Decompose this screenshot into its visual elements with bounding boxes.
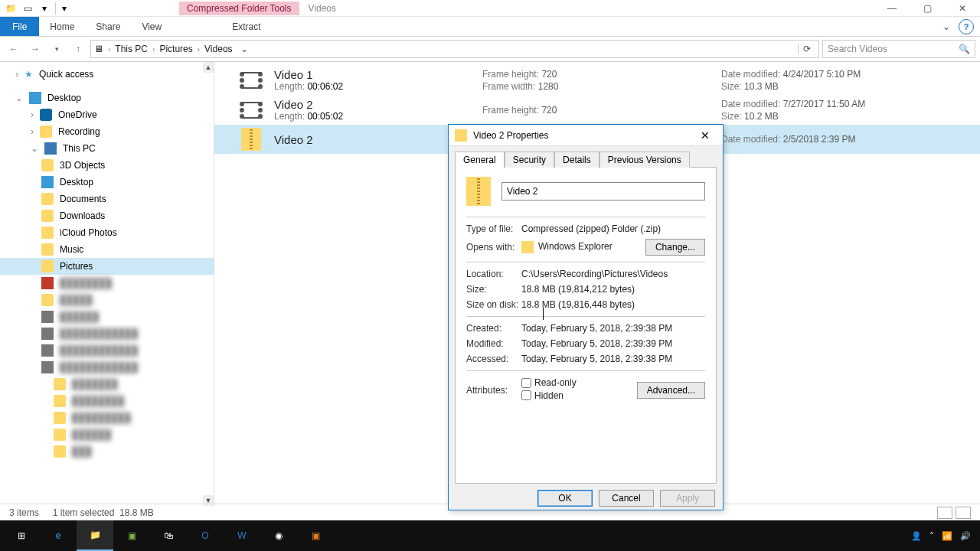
advanced-button[interactable]: Advanced... — [637, 382, 705, 399]
search-input[interactable]: Search Videos 🔍 — [822, 40, 975, 58]
tray-people-icon[interactable]: 👤 — [911, 531, 922, 541]
sidebar-this-pc[interactable]: ⌄ This PC — [0, 140, 214, 157]
opens-with-label: Opens with: — [466, 242, 521, 253]
help-icon[interactable]: ? — [959, 19, 974, 34]
taskbar-chrome[interactable]: ◉ — [260, 520, 297, 551]
file-row[interactable]: Video 2 Length: 00:05:02 Frame height: 7… — [214, 95, 980, 125]
sidebar-item-pictures[interactable]: Pictures — [0, 258, 214, 275]
tab-view[interactable]: View — [131, 17, 172, 36]
minimize-button[interactable]: ― — [874, 0, 910, 17]
sidebar-item-blurred[interactable]: ███████ — [0, 376, 214, 393]
explorer-icon — [521, 241, 534, 253]
address-dropdown[interactable]: ⌄ — [237, 44, 251, 54]
properties-dialog: Video 2 Properties ✕ General Security De… — [448, 124, 724, 510]
frame-height-label: Frame height: — [482, 105, 539, 116]
maximize-button[interactable]: ▢ — [910, 0, 945, 17]
folder-icon — [41, 260, 54, 272]
sidebar-item-blurred[interactable]: █████ — [0, 292, 214, 308]
close-button[interactable]: ✕ — [945, 0, 980, 17]
tab-details[interactable]: Details — [554, 152, 599, 168]
folder-icon — [54, 412, 66, 424]
sidebar-quick-access[interactable]: › ★ Quick access — [0, 67, 214, 82]
forward-button[interactable]: → — [26, 40, 44, 58]
folder-icon — [41, 210, 54, 222]
tab-previous-versions[interactable]: Previous Versions — [599, 152, 690, 168]
tab-share[interactable]: Share — [85, 17, 131, 36]
file-row[interactable]: Video 1 Length: 00:06:02 Frame height: 7… — [214, 65, 980, 95]
tray-volume-icon[interactable]: 🔊 — [960, 531, 971, 541]
contextual-tab-compressed[interactable]: Compressed Folder Tools — [179, 2, 299, 15]
dialog-titlebar[interactable]: Video 2 Properties ✕ — [449, 125, 723, 146]
scroll-up-button[interactable]: ▲ — [203, 62, 214, 73]
sidebar-item-documents[interactable]: Documents — [0, 191, 214, 207]
cancel-button[interactable]: Cancel — [599, 490, 654, 507]
sidebar-onedrive[interactable]: › OneDrive — [0, 106, 214, 123]
drive-icon — [41, 311, 54, 323]
qat-new-folder-icon[interactable]: ▾ — [38, 2, 51, 15]
sidebar-item-downloads[interactable]: Downloads — [0, 207, 214, 224]
sidebar-item-blurred[interactable]: ████████████ — [0, 325, 214, 342]
up-button[interactable]: ↑ — [69, 40, 87, 58]
sidebar-item-blurred[interactable]: █████████ — [0, 409, 214, 426]
ribbon-expand-icon[interactable]: ⌄ — [939, 19, 954, 34]
taskbar-app[interactable]: ▣ — [113, 520, 150, 551]
start-button[interactable]: ⊞ — [3, 520, 40, 551]
sidebar-item-blurred[interactable]: ██████ — [0, 426, 214, 443]
hidden-checkbox[interactable]: Hidden — [521, 390, 564, 401]
sidebar-item-music[interactable]: Music — [0, 241, 214, 258]
filename-input[interactable] — [501, 182, 705, 201]
tab-general[interactable]: General — [455, 152, 505, 168]
tray-network-icon[interactable]: 📶 — [942, 531, 952, 541]
ok-button[interactable]: OK — [537, 490, 593, 507]
tab-home[interactable]: Home — [39, 17, 85, 36]
sidebar-item-desktop[interactable]: Desktop — [0, 174, 214, 191]
taskbar-explorer[interactable]: 📁 — [77, 520, 113, 551]
sidebar-recording[interactable]: › Recording — [0, 123, 214, 140]
details-view-button[interactable] — [937, 507, 952, 519]
taskbar-store[interactable]: 🛍 — [150, 520, 187, 551]
change-button[interactable]: Change... — [645, 239, 705, 256]
readonly-checkbox[interactable]: Read-only — [521, 377, 577, 388]
sidebar-item-blurred[interactable]: ████████████ — [0, 359, 214, 376]
chevron-icon[interactable]: › — [198, 45, 200, 54]
sidebar-item-icloud[interactable]: iCloud Photos — [0, 224, 214, 241]
qat-customize-icon[interactable]: ▾ — [55, 2, 67, 15]
refresh-button[interactable]: ⟳ — [798, 44, 815, 54]
breadcrumb-pictures[interactable]: Pictures — [159, 44, 192, 54]
date-modified-label: Date modified: — [721, 99, 780, 109]
back-button[interactable]: ← — [5, 40, 23, 58]
qat-properties-icon[interactable]: ▭ — [21, 2, 34, 15]
sidebar-item-blurred[interactable]: ████████████ — [0, 342, 214, 359]
date-modified-value: 7/27/2017 11:50 AM — [783, 99, 865, 109]
breadcrumb-thispc[interactable]: This PC — [115, 44, 148, 54]
taskbar-word[interactable]: W — [224, 520, 260, 551]
tab-extract[interactable]: Extract — [221, 17, 271, 36]
frame-height-label: Frame height: — [482, 69, 539, 80]
length-value: 00:06:02 — [307, 81, 343, 92]
breadcrumb-videos[interactable]: Videos — [204, 44, 232, 54]
sidebar-item-blurred[interactable]: ████████ — [0, 393, 214, 409]
tab-security[interactable]: Security — [505, 152, 554, 168]
sidebar-item-3dobjects[interactable]: 3D Objects — [0, 157, 214, 174]
location-value: C:\Users\Recording\Pictures\Videos — [521, 269, 705, 279]
taskbar-edge[interactable]: e — [40, 520, 77, 551]
apply-button[interactable]: Apply — [660, 490, 715, 507]
sidebar-label: OneDrive — [58, 109, 97, 120]
sidebar-label: ███ — [72, 446, 92, 457]
taskbar-app[interactable]: ▣ — [297, 520, 334, 551]
chevron-icon[interactable]: › — [152, 45, 155, 54]
chevron-icon[interactable]: › — [108, 45, 110, 54]
address-bar[interactable]: 🖥 › This PC › Pictures › Videos ⌄ ⟳ — [90, 40, 819, 58]
sidebar-desktop[interactable]: ⌄ Desktop — [0, 90, 214, 106]
tray-up-icon[interactable]: ˄ — [929, 531, 934, 541]
accessed-value: Today, February 5, 2018, 2:39:38 PM — [521, 354, 705, 364]
dialog-close-button[interactable]: ✕ — [694, 129, 717, 142]
tiles-view-button[interactable] — [956, 507, 971, 519]
sidebar-item-blurred[interactable]: ███ — [0, 443, 214, 460]
recent-dropdown[interactable]: ▾ — [47, 40, 66, 58]
sidebar-item-blurred[interactable]: ██████ — [0, 308, 214, 325]
file-tab[interactable]: File — [0, 17, 39, 36]
sidebar-item-blurred[interactable]: ████████ — [0, 275, 214, 292]
taskbar-outlook[interactable]: O — [187, 520, 224, 551]
folder-icon — [54, 429, 66, 441]
